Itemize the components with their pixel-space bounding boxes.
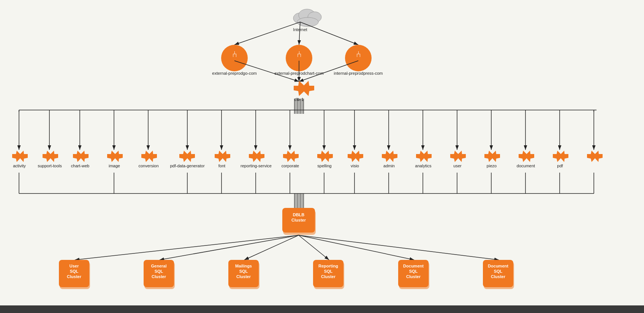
- svg-text:Cluster: Cluster: [67, 274, 82, 279]
- svg-text:User: User: [70, 264, 79, 268]
- svg-text:Cluster: Cluster: [406, 274, 421, 279]
- visio-label: visio: [351, 164, 359, 168]
- db-document-sql-1[interactable]: Document SQL Cluster: [398, 260, 429, 289]
- piezo-label: piezo: [487, 164, 497, 168]
- corporate-label: corporate: [282, 164, 299, 168]
- support-tools-label: support-tools: [38, 164, 62, 168]
- db-general-sql[interactable]: General SQL Cluster: [144, 260, 175, 289]
- svg-text:Reporting: Reporting: [318, 264, 338, 268]
- svg-text:SQL: SQL: [494, 269, 503, 274]
- spelling-label: spelling: [317, 164, 331, 168]
- font-label: font: [218, 164, 225, 168]
- conversion-label: conversion: [138, 164, 158, 168]
- db-user-sql[interactable]: User SQL Cluster: [59, 260, 90, 289]
- bottom-bar: [0, 305, 644, 313]
- svg-text:SQL: SQL: [409, 269, 418, 274]
- svg-text:SQL: SQL: [324, 269, 333, 274]
- lb3-label: internal-preprodpress-com: [334, 71, 383, 75]
- chart-web-label: chart-web: [71, 164, 89, 168]
- admin-label: admin: [383, 164, 395, 168]
- internet-label: Internet: [293, 27, 307, 32]
- svg-text:SQL: SQL: [239, 269, 248, 274]
- main-svg: Internet ⑃ external-preprodgo-com ⑃ exte…: [0, 0, 644, 305]
- document-label: document: [517, 164, 535, 168]
- db-mailings-sql[interactable]: Mailings SQL Cluster: [228, 260, 259, 289]
- svg-text:SQL: SQL: [70, 269, 79, 274]
- db-document-sql-2[interactable]: Document SQL Cluster: [483, 260, 514, 289]
- svg-text:Mailings: Mailings: [235, 264, 252, 268]
- svg-text:Cluster: Cluster: [491, 274, 506, 279]
- dblb-label-line1: DBLB: [293, 212, 305, 217]
- svg-text:⑃: ⑃: [232, 49, 237, 59]
- svg-text:Cluster: Cluster: [236, 274, 251, 279]
- image-label: image: [109, 164, 120, 168]
- svg-text:Document: Document: [403, 264, 424, 268]
- svg-text:General: General: [151, 264, 167, 268]
- lb1-label: external-preprodgo-com: [212, 71, 256, 75]
- svg-text:⑃: ⑃: [297, 49, 302, 59]
- svg-text:SQL: SQL: [155, 269, 163, 274]
- svg-text:⑃: ⑃: [356, 49, 361, 59]
- pdf-data-generator-label: pdf-data-generator: [170, 164, 204, 168]
- analytics-label: analytics: [415, 164, 432, 168]
- dblb-label-line2: Cluster: [291, 218, 306, 222]
- db-reporting-sql[interactable]: Reporting SQL Cluster: [313, 260, 344, 289]
- svg-text:Cluster: Cluster: [321, 274, 336, 279]
- dblb-cluster[interactable]: DBLB Cluster: [282, 208, 316, 235]
- pdf-label: pdf: [557, 164, 563, 168]
- svg-text:Document: Document: [488, 264, 508, 268]
- reporting-service-label: reporting-service: [241, 164, 272, 168]
- svg-text:Cluster: Cluster: [152, 274, 166, 279]
- user-label: user: [453, 164, 462, 168]
- activity-label: activity: [13, 164, 26, 168]
- diagram-container: Internet ⑃ external-preprodgo-com ⑃ exte…: [0, 0, 644, 305]
